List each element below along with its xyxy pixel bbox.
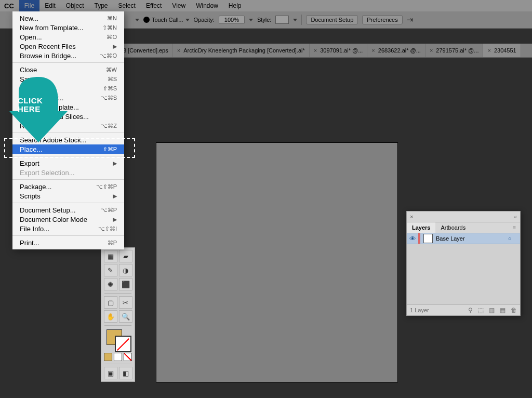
- close-icon[interactable]: ×: [177, 47, 180, 54]
- tool-gradient[interactable]: ▰: [119, 250, 132, 262]
- menu-help[interactable]: Help: [223, 0, 247, 11]
- menu-item-document-color-mode[interactable]: Document Color Mode▶: [12, 215, 124, 224]
- fill-stroke-control[interactable]: [105, 328, 130, 351]
- doc-tab[interactable]: ×2683622.ai* @...: [367, 44, 425, 57]
- align-icon[interactable]: ⇥: [407, 15, 414, 24]
- menu-item-package[interactable]: Package...⌥⇧⌘P: [12, 182, 124, 191]
- new-layer-icon[interactable]: ▦: [500, 307, 506, 314]
- color-mode-icon[interactable]: [104, 353, 112, 361]
- artboard[interactable]: [156, 142, 398, 382]
- tool-zoom[interactable]: 🔍: [119, 310, 132, 323]
- new-sublayer-icon[interactable]: ▥: [489, 307, 495, 314]
- tool-blend[interactable]: ◑: [119, 264, 132, 276]
- menu-item-browse-in-bridge[interactable]: Browse in Bridge...⌥⌘O: [12, 51, 124, 60]
- menu-item-label: File Info...: [20, 225, 49, 233]
- opacity-flyout-icon[interactable]: [249, 19, 253, 21]
- tab-layers[interactable]: Layers: [407, 222, 435, 233]
- divider: [301, 15, 302, 25]
- menu-item-label: Open Recent Files: [20, 43, 76, 50]
- menu-item-label: Export: [20, 160, 39, 167]
- style-swatch[interactable]: [275, 16, 289, 24]
- delete-icon[interactable]: 🗑: [511, 307, 517, 314]
- chevron-down-icon[interactable]: [135, 19, 139, 21]
- visibility-icon[interactable]: 👁: [407, 235, 418, 243]
- menubar: CC File Edit Object Type Select Effect V…: [0, 0, 532, 11]
- close-icon[interactable]: ×: [371, 47, 375, 54]
- tool-eyedropper[interactable]: ✎: [104, 264, 117, 276]
- menu-select[interactable]: Select: [113, 0, 141, 11]
- menu-item-export[interactable]: Export▶: [12, 158, 124, 168]
- tool-hand[interactable]: ✋: [104, 310, 117, 323]
- click-here-annotation: CLICKHERE: [6, 76, 69, 143]
- menu-item-file-info[interactable]: File Info...⌥⇧⌘I: [12, 224, 124, 233]
- app-badge: CC: [2, 2, 16, 10]
- close-icon[interactable]: ×: [314, 47, 317, 54]
- screen-mode[interactable]: ▣: [104, 367, 117, 379]
- doc-tab[interactable]: ×2791575.ai* @...: [425, 44, 484, 57]
- menu-separator: [12, 62, 124, 63]
- menu-separator: [12, 179, 124, 180]
- menu-item-shortcut: ⌘S: [108, 76, 117, 83]
- menu-item-label: Print...: [20, 239, 39, 247]
- menu-item-label: Open...: [20, 33, 42, 41]
- menu-edit[interactable]: Edit: [39, 0, 61, 11]
- doc-tab[interactable]: ×3097091.ai* @...: [310, 44, 368, 57]
- menu-file[interactable]: File: [19, 0, 39, 11]
- menu-object[interactable]: Object: [61, 0, 89, 11]
- clip-mask-icon[interactable]: ⬚: [478, 307, 484, 314]
- menu-type[interactable]: Type: [89, 0, 113, 11]
- locate-icon[interactable]: ⚲: [468, 307, 473, 314]
- menu-item-shortcut: ▶: [113, 43, 117, 50]
- layer-color-strip: [418, 233, 420, 244]
- tab-label: 3097091.ai* @...: [320, 47, 363, 54]
- annotation-text: CLICKHERE: [18, 97, 43, 113]
- layer-row[interactable]: 👁 Base Layer ○: [407, 233, 520, 244]
- menu-item-print[interactable]: Print...⌘P: [12, 238, 124, 247]
- tab-artboards[interactable]: Artboards: [435, 222, 471, 233]
- menu-item-shortcut: ⌘W: [106, 67, 117, 73]
- menu-item-shortcut: ▶: [113, 160, 117, 167]
- menu-window[interactable]: Window: [191, 0, 223, 11]
- menu-item-scripts[interactable]: Scripts▶: [12, 191, 124, 201]
- divider: [104, 364, 131, 364]
- collapse-icon[interactable]: «: [514, 214, 517, 220]
- menu-item-place[interactable]: Place...⇧⌘P: [12, 144, 124, 154]
- target-icon[interactable]: ○: [504, 235, 515, 242]
- document-tabs: ×15638 [Converted].eps ×ArcticDry Kneele…: [100, 44, 532, 58]
- preferences-button[interactable]: Preferences: [362, 15, 402, 24]
- menu-view[interactable]: View: [167, 0, 191, 11]
- tool-symbol-sprayer[interactable]: ✺: [104, 278, 117, 290]
- menu-item-new-from-template[interactable]: New from Template...⇧⌘N: [12, 23, 124, 32]
- tool-slice[interactable]: ✂: [119, 296, 132, 309]
- doc-tab[interactable]: ×2304551: [483, 44, 521, 57]
- close-icon[interactable]: ×: [487, 47, 490, 54]
- close-icon[interactable]: ×: [410, 214, 413, 220]
- panel-menu-icon[interactable]: ≡: [509, 222, 520, 233]
- menu-item-open-recent-files[interactable]: Open Recent Files▶: [12, 42, 124, 51]
- menu-item-document-setup[interactable]: Document Setup...⌥⌘P: [12, 205, 124, 215]
- divider: [104, 325, 131, 326]
- menu-item-label: New...: [20, 15, 38, 22]
- gradient-mode-icon[interactable]: [114, 353, 122, 361]
- opacity-input[interactable]: 100%: [219, 16, 245, 24]
- doc-tab[interactable]: ×ArcticDry Kneelength Packaging [Convert…: [173, 44, 310, 57]
- menu-separator: [12, 235, 124, 236]
- menu-effect[interactable]: Effect: [141, 0, 167, 11]
- document-setup-button[interactable]: Document Setup: [306, 15, 358, 24]
- layer-count: 1 Layer: [410, 307, 429, 313]
- chevron-down-icon[interactable]: [293, 19, 297, 21]
- stroke-swatch[interactable]: [115, 336, 131, 352]
- menu-item-open[interactable]: Open...⌘O: [12, 32, 124, 42]
- menu-item-label: Document Color Mode: [20, 216, 87, 223]
- close-icon[interactable]: ×: [430, 47, 433, 54]
- menu-item-new[interactable]: New...⌘N: [12, 14, 124, 23]
- menu-item-label: Export Selection...: [20, 169, 75, 177]
- stroke-dropdown[interactable]: Touch Call...: [143, 17, 190, 23]
- none-mode-icon[interactable]: [124, 353, 132, 361]
- menu-item-close[interactable]: Close⌘W: [12, 65, 124, 74]
- tool-graph[interactable]: ⬛: [119, 278, 132, 290]
- screen-mode-alt[interactable]: ◧: [119, 367, 132, 379]
- tool-mesh[interactable]: ▦: [104, 250, 117, 262]
- tool-artboard[interactable]: ▢: [104, 296, 117, 309]
- layer-name[interactable]: Base Layer: [436, 235, 504, 242]
